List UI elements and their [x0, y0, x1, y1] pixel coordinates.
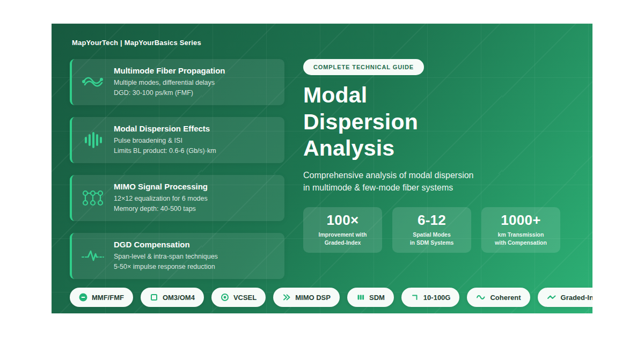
tag-10-100g: 10-100G [401, 288, 460, 307]
double-chevron-right-icon [282, 293, 291, 302]
feature-desc-1: Multiple modes, differential delays [114, 78, 276, 88]
tag-om3-om4: OM3/OM4 [141, 288, 204, 307]
stat-label-line-1: km Transmission [485, 231, 557, 239]
minus-circle-icon [79, 293, 87, 302]
square-outline-icon [150, 293, 158, 302]
stat-label: Improvement with Graded-Index [306, 231, 379, 246]
tag-label: Graded-Index [561, 294, 592, 302]
stat-label-line-2: Graded-Index [306, 239, 379, 247]
stats-row: 100× Improvement with Graded-Index 6-12 … [303, 207, 567, 252]
subtitle-line-2: in multimode & few-mode fiber systems [303, 181, 567, 194]
feature-card-text: DGD Compensation Span-level & intra-span… [114, 240, 276, 272]
tag-label: MIMO DSP [295, 294, 331, 302]
feature-title: Modal Dispersion Effects [114, 124, 276, 133]
corner-right-icon [411, 293, 419, 302]
feature-card-dgd-compensation: DGD Compensation Span-level & intra-span… [70, 233, 284, 279]
stat-label-line-1: Improvement with [306, 231, 379, 239]
tag-label: 10-100G [423, 294, 451, 302]
guide-badge: COMPLETE TECHNICAL GUIDE [303, 59, 424, 75]
stat-card-km-transmission: 1000+ km Transmission with Compensation [481, 207, 560, 252]
vertical-bars-icon [356, 293, 365, 302]
feature-desc-1: Span-level & intra-span techniques [114, 252, 276, 262]
stat-value: 6-12 [396, 212, 468, 229]
tag-label: Coherent [490, 294, 521, 302]
feature-desc-2: DGD: 30-100 ps/km (FMF) [114, 88, 276, 98]
page-title-line-1: Modal [303, 82, 567, 109]
stat-value: 100× [306, 212, 379, 229]
dual-wave-icon [80, 73, 105, 91]
poster-card: MapYourTech | MapYourBasics Series Multi… [52, 24, 592, 313]
equalizer-bars-icon [80, 130, 105, 150]
tag-mmf-fmf: MMF/FMF [70, 288, 133, 307]
hero-section: COMPLETE TECHNICAL GUIDE Modal Dispersio… [303, 59, 567, 253]
pulse-wave-icon [80, 249, 105, 263]
feature-title: Multimode Fiber Propagation [114, 66, 276, 75]
tag-label: MMF/FMF [92, 294, 124, 302]
feature-title: MIMO Signal Processing [114, 182, 276, 191]
stat-card-spatial-modes: 6-12 Spatial Modes in SDM Systems [392, 207, 471, 252]
zigzag-wave-icon [547, 293, 557, 302]
tag-label: SDM [369, 294, 385, 302]
subtitle: Comprehensive analysis of modal dispersi… [303, 169, 567, 194]
feature-desc-2: Limits BL product: 0.6-6 (Gb/s)·km [114, 146, 276, 156]
target-icon [221, 293, 229, 302]
feature-card-dispersion-effects: Modal Dispersion Effects Pulse broadenin… [70, 117, 284, 163]
tag-mimo-dsp: MIMO DSP [273, 288, 340, 307]
tag-label: VCSEL [233, 294, 257, 302]
feature-card-text: MIMO Signal Processing 12×12 equalizatio… [114, 182, 276, 214]
feature-desc-2: Memory depth: 40-500 taps [114, 204, 276, 214]
stat-label-line-1: Spatial Modes [396, 231, 468, 239]
page: MapYourTech | MapYourBasics Series Multi… [0, 0, 644, 337]
mimo-network-icon [80, 189, 105, 207]
tag-graded-index: Graded-Index [538, 288, 592, 307]
feature-desc-1: Pulse broadening & ISI [114, 136, 276, 146]
subtitle-line-1: Comprehensive analysis of modal dispersi… [303, 169, 567, 181]
feature-title: DGD Compensation [114, 240, 276, 249]
feature-card-list: Multimode Fiber Propagation Multiple mod… [70, 59, 284, 279]
feature-desc-2: 5-50× impulse response reduction [114, 262, 276, 272]
stat-label: km Transmission with Compensation [485, 231, 557, 246]
page-title-line-2: Dispersion [303, 109, 567, 136]
stat-card-improvement: 100× Improvement with Graded-Index [303, 207, 382, 252]
feature-card-text: Modal Dispersion Effects Pulse broadenin… [114, 124, 276, 156]
tag-row: MMF/FMF OM3/OM4 VCSEL [70, 288, 579, 307]
stat-value: 1000+ [485, 212, 557, 229]
tag-coherent: Coherent [467, 288, 530, 307]
page-title: Modal Dispersion Analysis [303, 82, 567, 162]
stat-label: Spatial Modes in SDM Systems [396, 231, 468, 246]
brand-header: MapYourTech | MapYourBasics Series [72, 39, 201, 47]
stat-label-line-2: in SDM Systems [396, 239, 468, 247]
stat-label-line-2: with Compensation [485, 239, 557, 247]
tag-vcsel: VCSEL [211, 288, 266, 307]
tag-label: OM3/OM4 [163, 294, 195, 302]
feature-card-multimode-propagation: Multimode Fiber Propagation Multiple mod… [70, 59, 284, 105]
feature-desc-1: 12×12 equalization for 6 modes [114, 194, 276, 204]
feature-card-text: Multimode Fiber Propagation Multiple mod… [114, 66, 276, 98]
page-title-line-3: Analysis [303, 135, 567, 162]
feature-card-mimo-processing: MIMO Signal Processing 12×12 equalizatio… [70, 175, 284, 221]
sine-wave-icon [476, 293, 486, 302]
tag-sdm: SDM [347, 288, 394, 307]
